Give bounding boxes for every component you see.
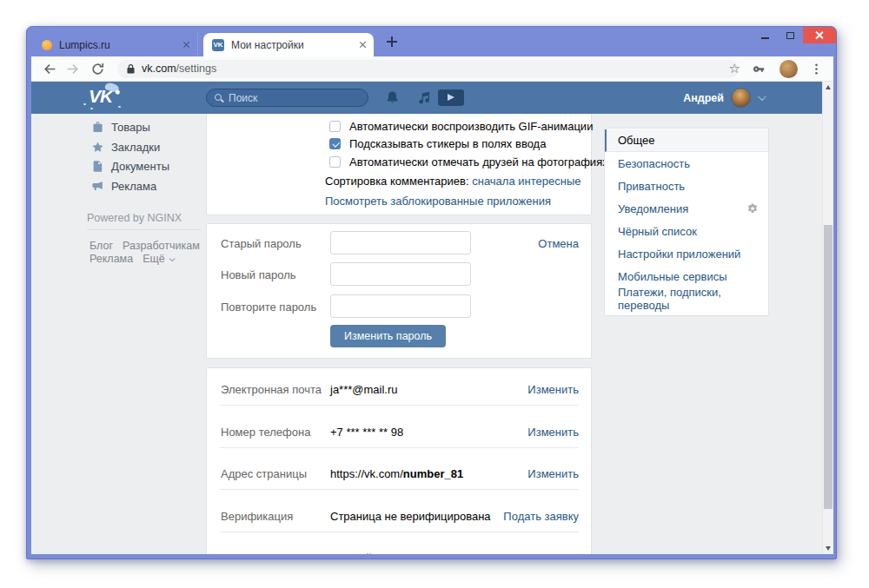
account-info-card: Электронная почта ja***@mail.ru Изменить…: [206, 367, 592, 554]
checkbox-label: Подсказывать стикеры в полях ввода: [349, 137, 546, 150]
footer-link-developers[interactable]: Разработчикам: [123, 240, 200, 252]
footer-link-blog[interactable]: Блог: [90, 240, 113, 252]
change-link[interactable]: Изменить: [527, 383, 579, 396]
video-play-icon[interactable]: [438, 89, 464, 106]
url-path: /settings: [176, 63, 217, 75]
menu-item-label: Настройки приложений: [618, 248, 740, 261]
row-label: Номер телефона: [221, 426, 310, 439]
menu-item-label: Уведомления: [618, 202, 688, 215]
checkbox-row-stickers: Подсказывать стикеры в полях ввода: [329, 137, 546, 150]
tab-vk-settings[interactable]: VK Мои настройки: [203, 33, 374, 56]
menu-item-payments[interactable]: Платежи, подписки, переводы: [605, 287, 768, 310]
row-label: Адрес страницы: [221, 467, 307, 480]
scroll-up-icon[interactable]: [826, 85, 831, 89]
language-row: Язык Русский Изменить: [207, 537, 591, 554]
blocked-apps-link[interactable]: Посмотреть заблокированные приложения: [325, 195, 551, 208]
tab-close-icon[interactable]: [182, 41, 190, 49]
scrollbar-thumb[interactable]: [824, 225, 833, 509]
change-password-button[interactable]: Изменить пароль: [330, 325, 446, 347]
menu-item-general[interactable]: Общее: [605, 129, 768, 152]
footer-link-ads[interactable]: Реклама: [90, 253, 133, 265]
scroll-down-icon[interactable]: [826, 546, 831, 551]
tab-close-icon[interactable]: [359, 41, 367, 49]
cancel-link[interactable]: Отмена: [538, 237, 579, 250]
change-link[interactable]: Изменить: [527, 552, 579, 554]
maximize-button[interactable]: [778, 27, 803, 43]
checkbox-row-tag-friends: Автоматически отмечать друзей на фотогра…: [329, 155, 608, 168]
row-value: Русский: [330, 552, 372, 554]
row-label: Верификация: [221, 510, 293, 523]
menu-item-label: Общее: [618, 134, 655, 147]
music-note-icon[interactable]: [417, 90, 432, 105]
sidebar-item-ads[interactable]: Реклама: [87, 176, 156, 195]
page-address-row: Адрес страницы https://vk.com/number_81 …: [207, 453, 591, 494]
user-name: Андрей: [683, 92, 724, 104]
browser-menu-icon[interactable]: [810, 63, 823, 76]
new-tab-button[interactable]: [385, 35, 399, 49]
page-viewport: VK Поиск Андрей Товары: [31, 82, 833, 554]
key-icon[interactable]: [753, 62, 767, 76]
checkbox-row-gif: Автоматически воспроизводить GIF-анимаци…: [329, 120, 593, 133]
notifications-bell-icon[interactable]: [385, 90, 400, 105]
browser-window: Lumpics.ru VK Мои настройки vk.com/setti…: [26, 26, 837, 559]
vk-favicon-icon: VK: [212, 39, 224, 51]
user-menu[interactable]: Андрей: [683, 82, 764, 114]
apply-link[interactable]: Подать заявку: [503, 510, 579, 523]
menu-item-mobile[interactable]: Мобильные сервисы: [605, 265, 768, 287]
row-divider: [220, 489, 579, 490]
address-screen-name: number_81: [403, 467, 463, 480]
gif-autoplay-checkbox[interactable]: [329, 121, 341, 132]
browser-profile-avatar[interactable]: [779, 60, 798, 78]
sidebar-item-label: Реклама: [111, 180, 156, 193]
forward-icon[interactable]: [66, 62, 81, 76]
powered-by-label: Powered by NGINX: [87, 212, 182, 224]
menu-item-apps[interactable]: Настройки приложений: [605, 242, 768, 265]
search-placeholder: Поиск: [229, 92, 257, 104]
menu-item-privacy[interactable]: Приватность: [605, 175, 768, 197]
back-icon[interactable]: [42, 62, 56, 76]
address-bar[interactable]: vk.com/settings: [117, 60, 739, 78]
tab-lumpics[interactable]: Lumpics.ru: [33, 33, 198, 56]
user-avatar: [731, 88, 751, 108]
sidebar-item-label: Документы: [111, 160, 169, 173]
sidebar-item-bookmarks[interactable]: Закладки: [87, 137, 160, 156]
row-value: +7 *** *** ** 98: [330, 426, 403, 439]
repeat-password-field[interactable]: [330, 294, 471, 318]
sidebar-item-documents[interactable]: Документы: [87, 156, 169, 175]
bookmark-star-icon[interactable]: ☆: [729, 63, 740, 76]
auto-tag-friends-checkbox[interactable]: [329, 156, 341, 168]
window-controls: [753, 27, 836, 43]
settings-menu-card: Общее Безопасность Приватность Уведомлен…: [604, 128, 769, 316]
snow-dots-icon: [83, 103, 86, 106]
menu-item-security[interactable]: Безопасность: [605, 152, 768, 175]
toolbar-right: ☆: [729, 60, 823, 78]
sidebar-divider: [87, 229, 201, 230]
minimize-button[interactable]: [753, 27, 778, 43]
old-password-field[interactable]: [330, 231, 471, 254]
gear-icon[interactable]: [746, 202, 759, 215]
vk-logo[interactable]: VK: [89, 86, 112, 107]
comments-sort-row: Сортировка комментариев: сначала интерес…: [325, 175, 580, 188]
change-link[interactable]: Изменить: [527, 467, 579, 480]
reload-icon[interactable]: [90, 62, 105, 76]
sidebar-item-goods[interactable]: Товары: [87, 117, 150, 136]
row-label: Язык: [221, 552, 247, 554]
menu-item-blacklist[interactable]: Чёрный список: [605, 220, 768, 242]
checkbox-label: Автоматически воспроизводить GIF-анимаци…: [349, 120, 593, 133]
comments-sort-value-link[interactable]: сначала интересные: [472, 175, 580, 188]
sticker-suggest-checkbox[interactable]: [329, 138, 341, 149]
maximize-icon: [786, 32, 794, 39]
menu-item-notifications[interactable]: Уведомления: [605, 197, 768, 220]
page-scrollbar[interactable]: [822, 82, 833, 554]
change-link[interactable]: Изменить: [527, 426, 579, 439]
new-password-field[interactable]: [330, 262, 471, 286]
lock-icon: [126, 63, 136, 75]
tab-title: Мои настройки: [231, 39, 359, 51]
close-button[interactable]: [803, 27, 836, 43]
search-input[interactable]: Поиск: [206, 89, 368, 107]
tab-title: Lumpics.ru: [59, 39, 182, 51]
footer-link-more[interactable]: Ещё: [143, 253, 165, 265]
row-divider: [220, 405, 579, 406]
row-value: Страница не верифицирована: [330, 510, 491, 523]
sidebar-item-label: Закладки: [111, 141, 160, 154]
